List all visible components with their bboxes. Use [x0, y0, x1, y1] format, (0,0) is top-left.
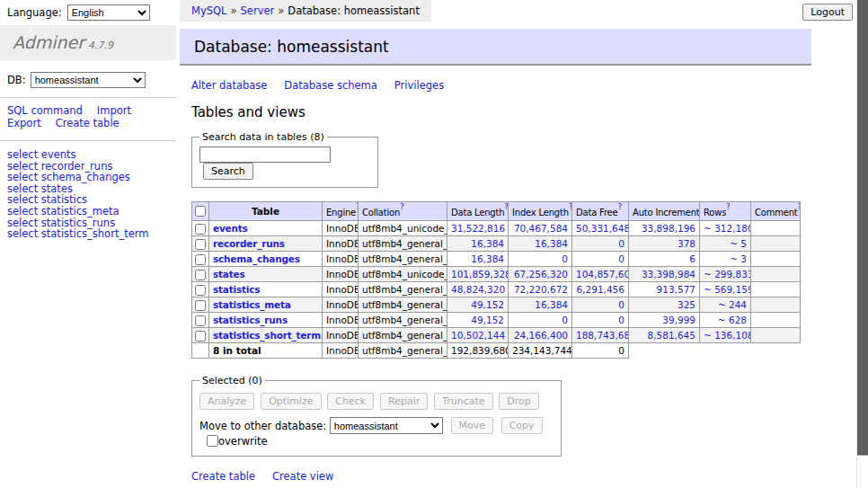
- table-name-link[interactable]: statistics_runs: [213, 315, 288, 325]
- index-length-help-link[interactable]: ?: [569, 202, 572, 211]
- create-table-link[interactable]: Create table: [191, 470, 255, 483]
- rows-count-link[interactable]: ~ 299,833: [704, 269, 751, 279]
- rows-count-link[interactable]: ~ 628: [718, 315, 747, 325]
- rows-count-link[interactable]: ~ 136,108: [704, 330, 751, 341]
- row-checkbox[interactable]: [195, 331, 206, 342]
- index-length-link[interactable]: 67,256,320: [514, 269, 568, 279]
- data-length-link[interactable]: 16,384: [471, 253, 504, 264]
- index-length-link[interactable]: 70,467,584: [514, 223, 568, 234]
- main-content: Database: homeassistant Alter databaseDa…: [180, 0, 811, 488]
- data-free-link[interactable]: 104,857,600: [576, 269, 629, 279]
- table-row: statistics_meta InnoDB utf8mb4_general_c…: [192, 297, 801, 313]
- data-free-link[interactable]: 188,743,680: [576, 330, 629, 341]
- index-length-link[interactable]: 72,220,672: [514, 284, 568, 295]
- database-schema-link[interactable]: Database schema: [284, 79, 376, 92]
- language-select[interactable]: English: [67, 4, 150, 21]
- scrollbar[interactable]: [856, 0, 868, 488]
- rows-count-link[interactable]: ~ 244: [718, 299, 747, 310]
- auto-increment-link[interactable]: 6: [689, 253, 695, 264]
- sidebar-item-select-statistics-short-term[interactable]: select statistics_short_term: [7, 228, 176, 240]
- data-length-help-link[interactable]: ?: [504, 202, 508, 211]
- data-free-link[interactable]: 0: [618, 299, 624, 310]
- table-name-link[interactable]: recorder_runs: [213, 238, 285, 249]
- index-length-link[interactable]: 0: [562, 315, 568, 325]
- auto-increment-link[interactable]: 325: [678, 299, 695, 310]
- check-button[interactable]: Check: [327, 393, 374, 410]
- data-length-link[interactable]: 49,152: [471, 315, 504, 325]
- col-table: Table: [209, 202, 323, 221]
- drop-button[interactable]: Drop: [499, 393, 538, 410]
- row-checkbox[interactable]: [195, 270, 206, 280]
- sidebar-item-select-events[interactable]: select events: [7, 149, 176, 161]
- row-checkbox[interactable]: [195, 239, 206, 250]
- privileges-link[interactable]: Privileges: [394, 79, 444, 92]
- create-view-link[interactable]: Create view: [272, 470, 333, 483]
- sidebar-link-import[interactable]: Import: [97, 104, 131, 117]
- comment-cell: [751, 252, 801, 267]
- data-free-link[interactable]: 50,331,648: [576, 223, 629, 234]
- table-name-link[interactable]: statistics: [213, 284, 260, 295]
- sidebar-link-export[interactable]: Export: [7, 117, 41, 129]
- truncate-button[interactable]: Truncate: [434, 393, 492, 410]
- auto-increment-link[interactable]: 378: [678, 238, 695, 249]
- optimize-button[interactable]: Optimize: [261, 393, 321, 410]
- table-name-link[interactable]: states: [213, 269, 245, 279]
- auto-increment-link[interactable]: 8,581,645: [648, 330, 695, 341]
- sidebar-item-select-schema-changes[interactable]: select schema_changes: [7, 172, 176, 183]
- comment-help-link[interactable]: ?: [798, 202, 801, 211]
- comment-cell: [751, 221, 801, 236]
- auto-increment-link[interactable]: 913,577: [657, 284, 695, 295]
- data-free-link[interactable]: 0: [618, 238, 624, 249]
- table-name-link[interactable]: schema_changes: [213, 253, 300, 264]
- search-input[interactable]: [199, 146, 331, 163]
- db-select[interactable]: homeassistant: [31, 72, 146, 88]
- rows-count-link[interactable]: ~ 5: [730, 238, 747, 249]
- move-button[interactable]: Move: [451, 417, 494, 434]
- copy-button[interactable]: Copy: [501, 417, 543, 434]
- scrollbar-thumb[interactable]: [857, 0, 868, 456]
- collation-cell: utf8mb4_unicode_ci: [359, 221, 447, 236]
- table-row: states InnoDB utf8mb4_unicode_ci 101,859…: [192, 267, 801, 282]
- index-length-link[interactable]: 24,166,400: [514, 330, 568, 341]
- table-name-link[interactable]: statistics_meta: [213, 299, 291, 310]
- data-length-link[interactable]: 16,384: [471, 238, 504, 249]
- auto-increment-link[interactable]: 33,398,984: [642, 269, 695, 279]
- analyze-button[interactable]: Analyze: [199, 393, 254, 410]
- row-checkbox[interactable]: [195, 224, 206, 235]
- overwrite-checkbox[interactable]: [207, 435, 218, 447]
- auto-increment-link[interactable]: 39,999: [662, 315, 695, 325]
- data-length-link[interactable]: 48,824,320: [451, 284, 505, 295]
- row-checkbox[interactable]: [195, 285, 206, 296]
- table-name-link[interactable]: statistics_short_term: [213, 330, 321, 341]
- alter-database-link[interactable]: Alter database: [191, 79, 267, 92]
- index-length-link[interactable]: 16,384: [535, 299, 568, 310]
- data-length-link[interactable]: 31,522,816: [451, 223, 505, 234]
- data-free-link[interactable]: 0: [618, 253, 624, 264]
- move-database-select[interactable]: homeassistant: [330, 417, 443, 434]
- data-length-link[interactable]: 10,502,144: [451, 330, 505, 341]
- row-checkbox[interactable]: [195, 254, 206, 265]
- table-name-link[interactable]: events: [213, 223, 248, 234]
- index-length-link[interactable]: 16,384: [535, 238, 568, 249]
- data-free-help-link[interactable]: ?: [617, 202, 622, 211]
- rows-count-link[interactable]: ~ 312,180: [704, 223, 751, 234]
- collation-cell: utf8mb4_general_ci: [359, 252, 447, 267]
- index-length-link[interactable]: 0: [562, 253, 568, 264]
- search-button[interactable]: Search: [203, 163, 253, 180]
- row-checkbox[interactable]: [195, 300, 206, 311]
- data-free-link[interactable]: 6,291,456: [577, 284, 624, 295]
- row-checkbox[interactable]: [195, 315, 206, 326]
- sidebar-item-select-statistics-meta[interactable]: select statistics_meta: [7, 206, 176, 217]
- data-free-link[interactable]: 0: [618, 315, 624, 325]
- data-length-link[interactable]: 49,152: [471, 299, 504, 310]
- rows-count-link[interactable]: ~ 569,159: [704, 284, 751, 295]
- collation-help-link[interactable]: ?: [400, 202, 404, 211]
- sidebar-link-create-table[interactable]: Create table: [56, 117, 120, 129]
- repair-button[interactable]: Repair: [380, 393, 428, 410]
- rows-count-link[interactable]: ~ 3: [730, 253, 747, 264]
- data-length-link[interactable]: 101,859,328: [451, 269, 509, 279]
- rows-help-link[interactable]: ?: [726, 202, 731, 211]
- select-all-checkbox[interactable]: [195, 206, 206, 217]
- auto-increment-link[interactable]: 33,898,196: [642, 223, 695, 234]
- sidebar-link-sql-command[interactable]: SQL command: [7, 104, 83, 117]
